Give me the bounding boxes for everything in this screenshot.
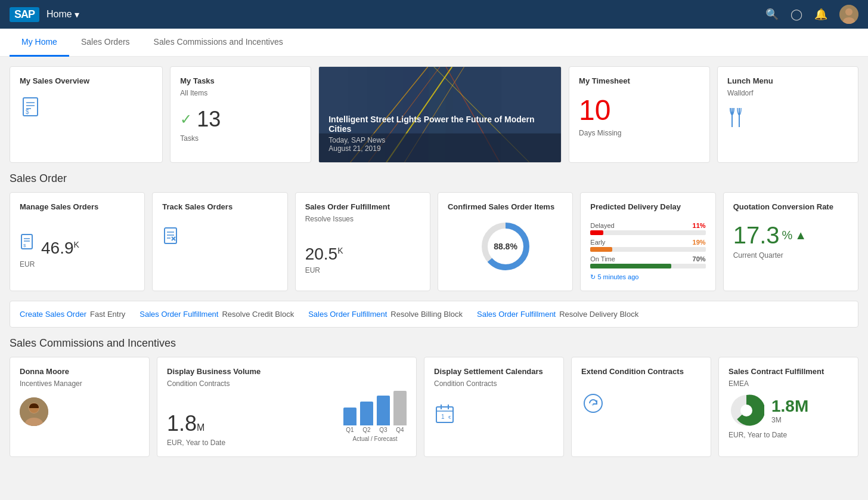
quick-link-credit-block[interactable]: Sales Order Fulfillment Resolve Credit B… bbox=[140, 310, 294, 319]
chart-label: Actual / Forecast bbox=[343, 436, 407, 442]
commissions-section-title: Sales Commissions and Incentives bbox=[10, 337, 858, 350]
tab-my-home[interactable]: My Home bbox=[10, 29, 69, 57]
card-manage-sales-orders[interactable]: Manage Sales Orders $ 46.9K EUR bbox=[10, 192, 145, 291]
news-source: Today, SAP News bbox=[328, 136, 385, 144]
svg-text:€: € bbox=[448, 415, 451, 420]
card-display-business-volume[interactable]: Display Business Volume Condition Contra… bbox=[157, 357, 417, 457]
pie-value: 1.8M bbox=[771, 397, 808, 416]
user-avatar[interactable] bbox=[839, 5, 858, 24]
card-track-sales-orders[interactable]: Track Sales Orders bbox=[152, 192, 287, 291]
card-donna-moore[interactable]: Donna Moore Incentives Manager bbox=[10, 357, 150, 457]
delivery-bars: Delayed 11% Early 19% bbox=[590, 222, 705, 268]
settlement-calendars-subtitle: Condition Contracts bbox=[434, 379, 554, 388]
card-predicted-delivery-delay[interactable]: Predicted Delivery Delay Delayed 11% Ear… bbox=[580, 192, 715, 291]
track-sales-orders-title: Track Sales Orders bbox=[162, 202, 277, 212]
biz-vol-number: 1.8M bbox=[167, 411, 225, 436]
bar-q1: Q1 bbox=[343, 408, 356, 433]
early-label: Early bbox=[590, 239, 605, 246]
fulfillment-subtitle: Resolve Issues bbox=[305, 215, 420, 223]
home-chevron-icon[interactable]: ▾ bbox=[75, 9, 79, 20]
pie-info: 1.8M 3M bbox=[771, 397, 808, 424]
manage-sales-currency: EUR bbox=[20, 260, 135, 268]
create-sales-order-link[interactable]: Create Sales Order bbox=[20, 310, 86, 319]
card-display-settlement-calendars[interactable]: Display Settlement Calendars Condition C… bbox=[424, 357, 564, 457]
bar-q4-label: Q4 bbox=[396, 427, 404, 433]
quick-link-create-sales-order[interactable]: Create Sales Order Fast Entry bbox=[20, 310, 125, 319]
check-icon: ✓ bbox=[180, 111, 192, 128]
card-sales-order-fulfillment[interactable]: Sales Order Fulfillment Resolve Issues 2… bbox=[295, 192, 430, 291]
settlement-calendars-title: Display Settlement Calendars bbox=[434, 367, 554, 377]
ontime-label: On Time bbox=[590, 255, 615, 263]
sales-orders-doc-icon: $ bbox=[20, 234, 36, 251]
news-gradient-bg: Intelligent Street Lights Power the Futu… bbox=[319, 67, 561, 162]
ontime-fill bbox=[590, 264, 671, 268]
extend-contracts-title: Extend Condition Contracts bbox=[581, 367, 701, 377]
delivery-block-link[interactable]: Sales Order Fulfillment bbox=[477, 310, 556, 319]
svg-text:1: 1 bbox=[441, 413, 445, 420]
donut-chart-container: 88.8% bbox=[448, 220, 563, 273]
tabs-nav: My Home Sales Orders Sales Commissions a… bbox=[0, 29, 868, 57]
bar-chart-container: Q1 Q2 Q3 Q4 bbox=[343, 397, 407, 433]
biz-vol-currency: EUR, Year to Date bbox=[167, 439, 225, 447]
svg-point-45 bbox=[740, 405, 752, 416]
billing-block-link[interactable]: Sales Order Fulfillment bbox=[308, 310, 387, 319]
tab-sales-orders[interactable]: Sales Orders bbox=[69, 29, 142, 57]
confirmed-items-title: Confirmed Sales Order Items bbox=[448, 202, 563, 212]
quick-link-billing-block[interactable]: Sales Order Fulfillment Resolve Billing … bbox=[308, 310, 463, 319]
lunch-location: Walldorf bbox=[727, 89, 848, 97]
header-title[interactable]: Home ▾ bbox=[46, 9, 79, 20]
contract-currency-label: EUR, Year to Date bbox=[728, 431, 848, 439]
early-percent: 19% bbox=[693, 239, 706, 246]
utensils-icon bbox=[727, 107, 848, 132]
delayed-fill bbox=[590, 230, 603, 235]
manage-sales-orders-title: Manage Sales Orders bbox=[20, 202, 135, 212]
fulfillment-currency: EUR bbox=[305, 266, 420, 274]
bar-q3-rect bbox=[377, 396, 390, 425]
main-content: My Sales Overview $ My Tasks All Items ✓… bbox=[0, 57, 868, 497]
bar-q1-rect bbox=[343, 408, 356, 425]
credit-block-link[interactable]: Sales Order Fulfillment bbox=[140, 310, 218, 319]
quotation-number-row: 17.3 % ▲ bbox=[733, 222, 848, 249]
card-extend-condition-contracts[interactable]: Extend Condition Contracts + bbox=[571, 357, 711, 457]
tab-sales-commissions[interactable]: Sales Commissions and Incentives bbox=[142, 29, 295, 57]
search-icon[interactable]: 🔍 bbox=[765, 8, 779, 21]
bar-q2: Q2 bbox=[360, 402, 373, 433]
svg-text:88.8%: 88.8% bbox=[494, 242, 517, 251]
news-headline: Intelligent Street Lights Power the Futu… bbox=[328, 115, 551, 134]
my-timesheet-title: My Timesheet bbox=[579, 76, 700, 87]
donut-chart: 88.8% bbox=[479, 220, 532, 273]
refresh-time: 5 minutes ago bbox=[597, 273, 638, 280]
card-confirmed-sales-order-items[interactable]: Confirmed Sales Order Items 88.8% bbox=[438, 192, 573, 291]
tasks-label: Tasks bbox=[180, 134, 301, 143]
early-track bbox=[590, 247, 705, 252]
manage-sales-value: 46.9 bbox=[41, 239, 74, 257]
bar-q4: Q4 bbox=[393, 391, 407, 433]
commissions-cards-row: Donna Moore Incentives Manager Display B… bbox=[10, 357, 858, 457]
bar-q3-label: Q3 bbox=[379, 427, 387, 433]
bar-q2-label: Q2 bbox=[362, 427, 370, 433]
sales-order-cards-row: Manage Sales Orders $ 46.9K EUR Track Sa… bbox=[10, 192, 858, 291]
quick-link-delivery-block[interactable]: Sales Order Fulfillment Resolve Delivery… bbox=[477, 310, 638, 319]
delayed-label: Delayed bbox=[590, 222, 614, 229]
delivery-delay-title: Predicted Delivery Delay bbox=[590, 202, 705, 212]
circle-icon[interactable]: ◯ bbox=[790, 8, 802, 21]
biz-vol-unit: M bbox=[197, 422, 204, 433]
card-quotation-conversion-rate[interactable]: Quotation Conversion Rate 17.3 % ▲ Curre… bbox=[723, 192, 858, 291]
tasks-count: 13 bbox=[197, 107, 221, 132]
card-my-timesheet[interactable]: My Timesheet 10 Days Missing bbox=[569, 66, 710, 163]
card-news[interactable]: Intelligent Street Lights Power the Futu… bbox=[318, 66, 562, 163]
my-tasks-subtitle: All Items bbox=[180, 89, 301, 97]
app-header: SAP Home ▾ 🔍 ◯ 🔔 bbox=[0, 0, 868, 29]
card-my-sales-overview[interactable]: My Sales Overview $ bbox=[10, 66, 163, 163]
contract-fulfillment-title: Sales Contract Fulfillment bbox=[728, 367, 848, 377]
donna-role: Incentives Manager bbox=[20, 379, 140, 388]
bell-icon[interactable]: 🔔 bbox=[814, 8, 827, 21]
delayed-percent: 11% bbox=[693, 222, 706, 229]
sap-logo: SAP bbox=[10, 7, 39, 22]
biz-vol-subtitle: Condition Contracts bbox=[167, 379, 407, 388]
svg-rect-23 bbox=[165, 228, 176, 243]
card-my-tasks[interactable]: My Tasks All Items ✓ 13 Tasks bbox=[170, 66, 311, 163]
card-sales-contract-fulfillment[interactable]: Sales Contract Fulfillment EMEA 1.8M 3M … bbox=[718, 357, 858, 457]
tasks-count-row: ✓ 13 bbox=[180, 107, 301, 132]
card-lunch-menu[interactable]: Lunch Menu Walldorf bbox=[717, 66, 858, 163]
